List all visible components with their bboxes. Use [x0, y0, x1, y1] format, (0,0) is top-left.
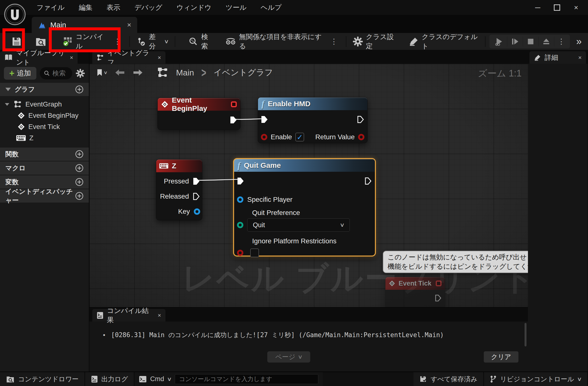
tab-my-blueprint[interactable]: マイブループリント ×	[0, 51, 78, 64]
menu-file[interactable]: ファイル	[37, 3, 65, 12]
close-icon[interactable]: ×	[158, 312, 161, 319]
blueprint-search-input[interactable]	[52, 70, 68, 77]
close-icon[interactable]: ×	[70, 54, 73, 61]
quit-preference-label: Quit Preference	[237, 209, 372, 217]
quit-preference-dropdown[interactable]: Quit ∨	[247, 218, 350, 232]
section-event-dispatchers[interactable]: イベントディスパッチャー	[0, 189, 89, 203]
node-z-key[interactable]: Z Pressed Released	[156, 159, 202, 220]
tab-event-graph[interactable]: イベントグラフ ×	[92, 51, 166, 64]
specific-player-pin[interactable]	[237, 196, 243, 203]
browse-asset-button[interactable]	[33, 35, 49, 48]
maximize-button[interactable]	[554, 4, 560, 11]
play-options-icon[interactable]: ⋮	[554, 37, 568, 46]
tree-item-z-key[interactable]: Z	[0, 132, 89, 144]
frame-skip-button[interactable]	[507, 37, 523, 46]
tree-item-eventgraph[interactable]: EventGraph	[0, 99, 89, 110]
tab-details[interactable]: 詳細 ×	[529, 51, 586, 64]
exec-out-pin[interactable]	[435, 294, 442, 302]
add-macro-icon[interactable]	[75, 164, 84, 172]
toolbar-overflow-icon[interactable]: »	[570, 36, 588, 47]
add-button[interactable]: + 追加	[4, 67, 36, 80]
close-icon[interactable]: ×	[127, 21, 131, 29]
menu-help[interactable]: ヘルプ	[261, 3, 282, 12]
blueprint-search-box[interactable]	[40, 67, 72, 79]
page-dropdown-button[interactable]: ページ ∨	[267, 351, 310, 363]
section-variables[interactable]: 変数	[0, 175, 89, 189]
exec-in-pin[interactable]	[237, 177, 244, 185]
key-pin[interactable]	[194, 208, 200, 215]
minimize-button[interactable]: ─	[535, 3, 540, 12]
goggles-icon	[225, 37, 236, 46]
tab-compile-results[interactable]: コンパイル結果 ×	[92, 309, 166, 321]
return-value-pin[interactable]	[358, 134, 364, 140]
diff-button[interactable]: 差分 ∨	[134, 35, 171, 48]
revision-control-button[interactable]: リビジョンコントロール ∨	[484, 372, 588, 386]
tree-item-event-tick[interactable]: Event Tick	[0, 121, 89, 132]
chevron-down-icon: ∨	[164, 38, 169, 45]
node-enable-hmd[interactable]: f Enable HMD	[258, 97, 368, 143]
function-icon: f	[237, 160, 240, 171]
eject-button[interactable]	[538, 37, 554, 46]
node-quit-game[interactable]: f Quit Game	[233, 158, 376, 256]
chevron-down-icon[interactable]: ∨	[167, 376, 172, 382]
close-icon[interactable]: ×	[158, 54, 161, 61]
hide-unrelated-button[interactable]: 無関係な項目を非表示にする ⋮	[223, 35, 342, 48]
clear-button[interactable]: クリア	[484, 351, 518, 363]
output-log-button[interactable]: 出力ログ	[85, 372, 134, 386]
node-event-beginplay[interactable]: Event BeginPlay	[157, 98, 240, 130]
add-graph-icon[interactable]	[75, 85, 84, 93]
toolbar-separator	[346, 36, 346, 47]
menu-edit[interactable]: 編集	[79, 3, 92, 12]
section-macros[interactable]: マクロ	[0, 161, 89, 175]
exec-out-pin[interactable]	[357, 115, 364, 123]
forward-arrow-icon[interactable]	[132, 69, 143, 76]
menu-window[interactable]: ウィンドウ	[176, 3, 211, 12]
stop-button[interactable]	[523, 37, 538, 46]
branch-icon	[490, 375, 497, 383]
console-command-input[interactable]	[175, 374, 318, 384]
gear-icon[interactable]	[76, 69, 85, 78]
chevron-down-icon	[5, 103, 9, 106]
class-settings-button[interactable]: クラス設定	[350, 35, 402, 48]
ignore-platform-pin[interactable]	[237, 250, 243, 256]
add-dispatcher-icon[interactable]	[75, 192, 84, 200]
close-icon[interactable]: ×	[578, 54, 582, 61]
section-graphs[interactable]: グラフ	[0, 83, 89, 96]
z-key-label: Z	[29, 134, 33, 142]
play-button[interactable]	[491, 37, 507, 46]
node-event-beginplay-header: Event BeginPlay	[158, 98, 240, 111]
cmd-label[interactable]: Cmd	[150, 375, 164, 383]
revision-control-label: リビジョンコントロール	[500, 375, 574, 384]
scrollbar[interactable]	[525, 323, 526, 346]
enable-pin[interactable]	[261, 134, 267, 140]
menu-debug[interactable]: デバッグ	[134, 3, 163, 12]
exec-in-pin[interactable]	[261, 115, 268, 123]
class-defaults-button[interactable]: クラスのデフォルト	[406, 35, 485, 48]
pressed-exec-pin[interactable]	[193, 177, 200, 185]
exec-out-pin[interactable]	[365, 177, 372, 185]
hide-unrelated-options-icon[interactable]: ⋮	[328, 37, 339, 46]
breadcrumb-root[interactable]: Main	[176, 68, 194, 77]
section-functions[interactable]: 関数	[0, 148, 89, 161]
save-status-label: すべて保存済み	[431, 375, 477, 384]
bookmark-icon[interactable]: ∨	[97, 69, 107, 76]
exec-out-pin[interactable]	[230, 116, 237, 124]
close-window-button[interactable]: ×	[574, 3, 578, 12]
add-variable-icon[interactable]	[75, 178, 84, 186]
back-arrow-icon[interactable]	[114, 69, 125, 76]
add-function-icon[interactable]	[75, 150, 84, 158]
save-status-button[interactable]: すべて保存済み	[414, 372, 484, 386]
quit-preference-pin[interactable]	[237, 222, 243, 228]
event-graph-canvas[interactable]: レベル ブループリント ∨	[89, 64, 528, 307]
find-button[interactable]: 検索	[186, 35, 216, 48]
menu-tools[interactable]: ツール	[226, 3, 247, 12]
enable-checkbox[interactable]: ✓	[295, 133, 304, 141]
released-exec-pin[interactable]	[193, 193, 200, 200]
node-event-tick-disabled[interactable]: Event Tick	[385, 277, 445, 307]
ignore-platform-checkbox[interactable]	[250, 249, 259, 257]
node-title: Enable HMD	[268, 100, 311, 108]
tree-item-event-beginplay[interactable]: Event BeginPlay	[0, 110, 89, 121]
content-drawer-button[interactable]: コンテンツドロワー	[0, 372, 85, 386]
menu-view[interactable]: 表示	[107, 3, 120, 12]
breadcrumb-current[interactable]: イベントグラフ	[213, 67, 273, 78]
